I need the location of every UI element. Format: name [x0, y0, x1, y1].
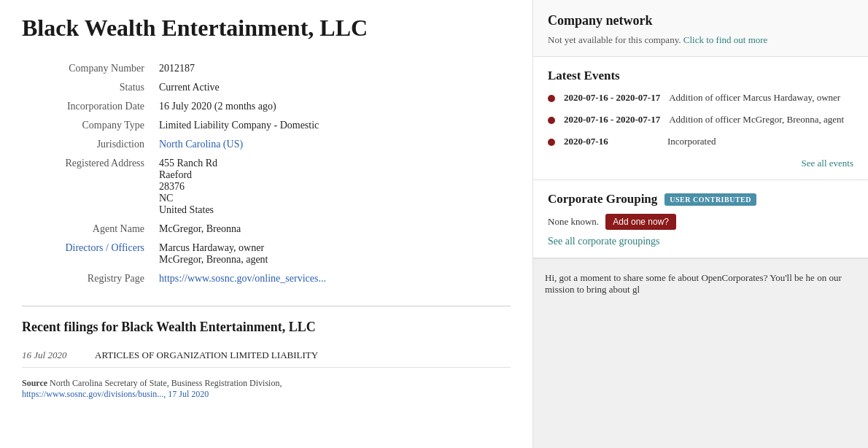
corporate-grouping-header: Corporate Grouping USER CONTRIBUTED	[548, 192, 853, 206]
source-label: Source	[22, 378, 47, 388]
address-label: Registered Address	[22, 154, 153, 220]
event-dot-3	[548, 139, 555, 146]
company-number-value: 2012187	[153, 59, 511, 78]
jurisdiction-link[interactable]: North Carolina (US)	[159, 139, 243, 150]
event-dot-1	[548, 95, 555, 102]
corporate-grouping-box: Corporate Grouping USER CONTRIBUTED None…	[533, 180, 868, 258]
address-cell: 455 Ranch Rd Raeford 28376 NC United Sta…	[153, 154, 511, 220]
registry-label: Registry Page	[22, 269, 153, 288]
recent-filings-title: Recent filings for Black Wealth Entertai…	[22, 320, 511, 335]
see-all-events-link[interactable]: See all events	[802, 158, 853, 169]
director-2: McGregor, Breonna, agent	[159, 254, 505, 266]
company-number-row: Company Number 2012187	[22, 59, 511, 78]
agent-row: Agent Name McGregor, Breonna	[22, 220, 511, 239]
directors-label: Directors / Officers	[22, 239, 153, 269]
status-label: Status	[22, 78, 153, 97]
registry-row: Registry Page https://www.sosnc.gov/onli…	[22, 269, 511, 288]
directors-cell: Marcus Hardaway, owner McGregor, Breonna…	[153, 239, 511, 269]
incorporation-label: Incorporation Date	[22, 97, 153, 116]
source-block: Source North Carolina Secretary of State…	[22, 378, 511, 400]
agent-label: Agent Name	[22, 220, 153, 239]
address-line4: NC	[159, 193, 505, 204]
filing-row: 16 Jul 2020 ARTICLES OF ORGANIZATION LIM…	[22, 344, 511, 368]
address-line2: Raeford	[159, 169, 505, 181]
jurisdiction-label: Jurisdiction	[22, 135, 153, 154]
incorporation-value: 16 July 2020 (2 months ago)	[153, 97, 511, 116]
event-dot-2	[548, 117, 555, 124]
latest-events-box: Latest Events 2020-07-16 - 2020-07-17 Ad…	[533, 57, 868, 180]
network-link[interactable]: Click to find out more	[683, 34, 768, 45]
status-value: Current Active	[153, 78, 511, 97]
source-text: North Carolina Secretary of State, Busin…	[50, 378, 282, 388]
event-desc-2: Addition of officer McGregor, Breonna, a…	[669, 114, 844, 125]
see-all-events-container: See all events	[548, 158, 853, 169]
address-row: Registered Address 455 Ranch Rd Raeford …	[22, 154, 511, 220]
add-one-button[interactable]: Add one now?	[605, 214, 676, 230]
event-row-1: 2020-07-16 - 2020-07-17 Addition of offi…	[548, 92, 853, 104]
right-panel: Company network Not yet available for th…	[532, 0, 868, 448]
network-note-text: Not yet available for this company.	[548, 34, 681, 45]
event-row-3: 2020-07-16 Incorporated	[548, 136, 853, 147]
see-all-groupings-container: See all corporate groupings	[548, 236, 853, 247]
filing-description: ARTICLES OF ORGANIZATION LIMITED LIABILI…	[95, 349, 318, 361]
event-row-2: 2020-07-16 - 2020-07-17 Addition of offi…	[548, 114, 853, 125]
event-date-2: 2020-07-16 - 2020-07-17	[564, 114, 660, 125]
jurisdiction-cell: North Carolina (US)	[153, 135, 511, 154]
directors-row: Directors / Officers Marcus Hardaway, ow…	[22, 239, 511, 269]
company-title: Black Wealth Entertainment, LLC	[22, 15, 511, 42]
address-line1: 455 Ranch Rd	[159, 158, 505, 169]
status-row: Status Current Active	[22, 78, 511, 97]
source-url[interactable]: https://www.sosnc.gov/divisions/busin...…	[22, 389, 209, 399]
company-network-title: Company network	[548, 13, 853, 28]
registry-cell: https://www.sosnc.gov/online_services...	[153, 269, 511, 288]
none-known-text: None known.	[548, 216, 599, 227]
company-type-value: Limited Liability Company - Domestic	[153, 116, 511, 135]
event-date-3: 2020-07-16	[564, 136, 659, 147]
jurisdiction-row: Jurisdiction North Carolina (US)	[22, 135, 511, 154]
filing-date: 16 Jul 2020	[22, 349, 80, 361]
divider	[22, 306, 511, 306]
address-line3: 28376	[159, 181, 505, 193]
company-info-table: Company Number 2012187 Status Current Ac…	[22, 59, 511, 288]
main-content: Black Wealth Entertainment, LLC Company …	[0, 0, 532, 448]
event-desc-3: Incorporated	[667, 136, 716, 147]
registry-link[interactable]: https://www.sosnc.gov/online_services...	[159, 273, 326, 284]
directors-link[interactable]: Directors / Officers	[65, 242, 144, 253]
agent-value: McGregor, Breonna	[153, 220, 511, 239]
chat-box: Hi, got a moment to share some fe about …	[533, 258, 868, 448]
see-all-groupings-link[interactable]: See all corporate groupings	[548, 236, 660, 247]
user-contributed-badge: USER CONTRIBUTED	[664, 193, 756, 206]
event-desc-1: Addition of officer Marcus Hardaway, own…	[669, 92, 840, 104]
chat-text: Hi, got a moment to share some fe about …	[545, 272, 856, 296]
incorporation-row: Incorporation Date 16 July 2020 (2 month…	[22, 97, 511, 116]
filings-list: 16 Jul 2020 ARTICLES OF ORGANIZATION LIM…	[22, 344, 511, 368]
address-line5: United States	[159, 204, 505, 216]
company-type-label: Company Type	[22, 116, 153, 135]
latest-events-title: Latest Events	[548, 69, 853, 83]
director-1: Marcus Hardaway, owner	[159, 242, 505, 254]
company-type-row: Company Type Limited Liability Company -…	[22, 116, 511, 135]
network-note: Not yet available for this company. Clic…	[548, 34, 853, 46]
company-network-box: Company network Not yet available for th…	[533, 0, 868, 57]
company-number-label: Company Number	[22, 59, 153, 78]
corporate-grouping-title: Corporate Grouping	[548, 192, 657, 206]
event-date-1: 2020-07-16 - 2020-07-17	[564, 92, 660, 104]
none-known: None known. Add one now?	[548, 214, 853, 230]
